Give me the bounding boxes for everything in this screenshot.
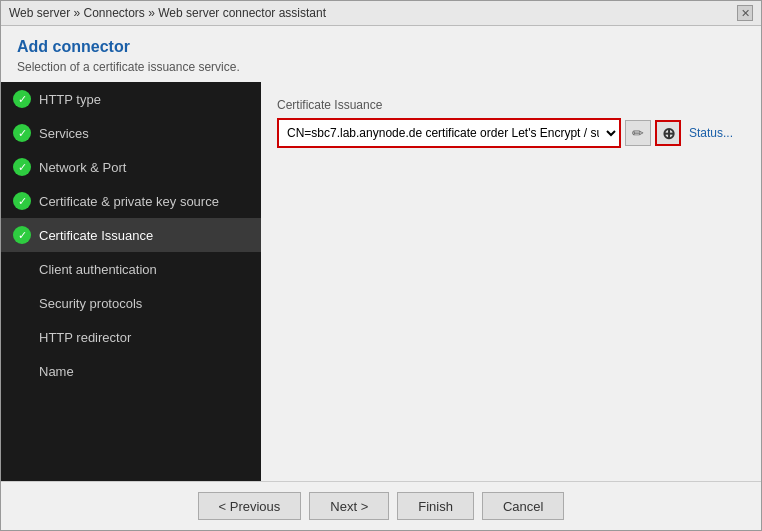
select-wrapper: CN=sbc7.lab.anynode.de certificate order… — [277, 118, 621, 148]
page-title: Add connector — [17, 38, 745, 56]
empty-icon — [13, 328, 31, 346]
previous-button[interactable]: < Previous — [198, 492, 302, 520]
sidebar-item-label: Certificate Issuance — [39, 228, 153, 243]
footer: < Previous Next > Finish Cancel — [1, 481, 761, 530]
add-button[interactable]: ⊕ — [655, 120, 681, 146]
sidebar-item-security-protocols[interactable]: Security protocols — [1, 286, 261, 320]
sidebar-item-certificate-issuance[interactable]: ✓Certificate Issuance — [1, 218, 261, 252]
sidebar-item-label: Security protocols — [39, 296, 142, 311]
close-icon: ✕ — [741, 7, 750, 20]
sidebar-item-label: Services — [39, 126, 89, 141]
sidebar-item-label: HTTP redirector — [39, 330, 131, 345]
cancel-button[interactable]: Cancel — [482, 492, 564, 520]
field-row: CN=sbc7.lab.anynode.de certificate order… — [277, 118, 745, 148]
status-link[interactable]: Status... — [689, 126, 733, 140]
next-button[interactable]: Next > — [309, 492, 389, 520]
check-icon: ✓ — [13, 124, 31, 142]
main-window: Web server » Connectors » Web server con… — [0, 0, 762, 531]
right-panel: Certificate Issuance CN=sbc7.lab.anynode… — [261, 82, 761, 481]
edit-button[interactable]: ✏ — [625, 120, 651, 146]
sidebar-item-network-port[interactable]: ✓Network & Port — [1, 150, 261, 184]
check-icon: ✓ — [13, 158, 31, 176]
check-icon: ✓ — [13, 226, 31, 244]
sidebar-item-label: Name — [39, 364, 74, 379]
title-bar: Web server » Connectors » Web server con… — [1, 1, 761, 26]
check-icon: ✓ — [13, 90, 31, 108]
empty-icon — [13, 294, 31, 312]
sidebar-item-http-type[interactable]: ✓HTTP type — [1, 82, 261, 116]
sidebar-item-client-auth[interactable]: Client authentication — [1, 252, 261, 286]
sidebar-item-label: HTTP type — [39, 92, 101, 107]
sidebar: ✓HTTP type✓Services✓Network & Port✓Certi… — [1, 82, 261, 481]
main-layout: ✓HTTP type✓Services✓Network & Port✓Certi… — [1, 82, 761, 481]
sidebar-item-label: Network & Port — [39, 160, 126, 175]
finish-button[interactable]: Finish — [397, 492, 474, 520]
sidebar-item-label: Client authentication — [39, 262, 157, 277]
header: Add connector Selection of a certificate… — [1, 26, 761, 82]
sidebar-item-certificate-key[interactable]: ✓Certificate & private key source — [1, 184, 261, 218]
add-icon: ⊕ — [662, 124, 675, 143]
page-subtitle: Selection of a certificate issuance serv… — [17, 60, 745, 74]
certificate-issuance-field: Certificate Issuance CN=sbc7.lab.anynode… — [277, 98, 745, 148]
empty-icon — [13, 362, 31, 380]
content-area: Add connector Selection of a certificate… — [1, 26, 761, 530]
close-button[interactable]: ✕ — [737, 5, 753, 21]
empty-icon — [13, 260, 31, 278]
sidebar-item-label: Certificate & private key source — [39, 194, 219, 209]
sidebar-item-name[interactable]: Name — [1, 354, 261, 388]
window-title: Web server » Connectors » Web server con… — [9, 6, 326, 20]
field-label: Certificate Issuance — [277, 98, 745, 112]
sidebar-item-services[interactable]: ✓Services — [1, 116, 261, 150]
edit-icon: ✏ — [632, 125, 644, 141]
check-icon: ✓ — [13, 192, 31, 210]
sidebar-item-http-redirector[interactable]: HTTP redirector — [1, 320, 261, 354]
certificate-select[interactable]: CN=sbc7.lab.anynode.de certificate order… — [279, 120, 619, 146]
